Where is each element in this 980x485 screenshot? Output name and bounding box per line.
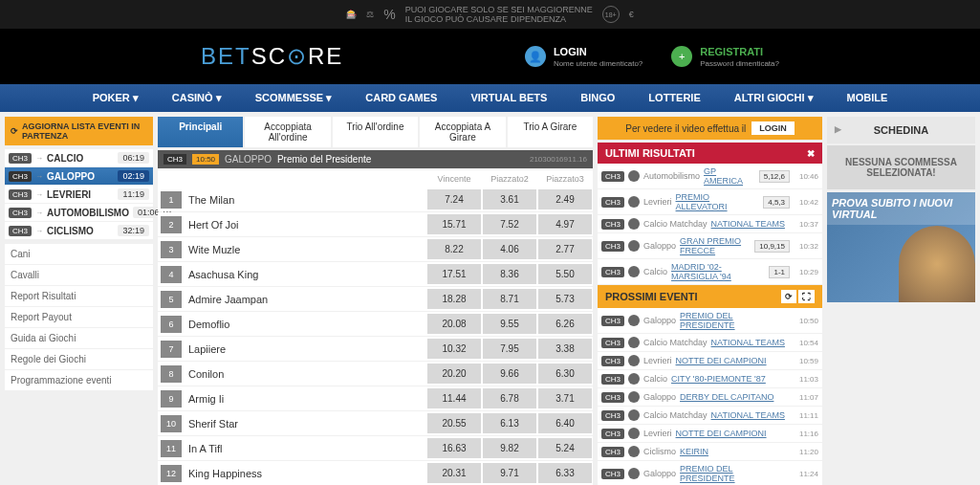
odd-button[interactable]: 11.44	[427, 388, 481, 408]
result-row[interactable]: CH3 Levrieri PREMIO ALLEVATORI 4,5,3 10:…	[598, 189, 822, 214]
odd-button[interactable]: 18.28	[427, 289, 481, 309]
upcoming-row[interactable]: CH3 Galoppo PREMIO DEL PRESIDENTE 10:50	[598, 308, 822, 333]
odd-button[interactable]: 6.40	[538, 413, 592, 433]
logo[interactable]: BETSC⊙RE	[201, 43, 343, 70]
odd-button[interactable]: 8.22	[427, 239, 481, 259]
odd-button[interactable]: 4.97	[538, 214, 592, 234]
odd-button[interactable]: 3.71	[538, 388, 592, 408]
register-button[interactable]: + REGISTRATI Password dimenticata?	[671, 46, 779, 68]
upcoming-row[interactable]: CH3 Calcio Matchday NATIONAL TEAMS 10:54	[598, 334, 822, 351]
forgot-username-link[interactable]: Nome utente dimenticato?	[554, 59, 642, 68]
odd-button[interactable]: 8.71	[483, 289, 536, 309]
channel-row[interactable]: CH3→ CICLISMO32:19	[5, 222, 153, 239]
runner-name: Demoflio	[185, 319, 426, 330]
odd-button[interactable]: 5.73	[538, 289, 592, 309]
sidebar-link[interactable]: Guida ai Giochi	[5, 328, 153, 348]
odd-button[interactable]: 3.61	[483, 189, 536, 209]
bet-type-tab[interactable]: Trio A Girare	[508, 117, 593, 147]
sidebar-link[interactable]: Programmazione eventi	[5, 370, 153, 390]
odd-button[interactable]: 3.38	[538, 339, 592, 359]
nav-item[interactable]: POKER ▾	[93, 92, 139, 104]
virtual-promo-banner[interactable]: PROVA SUBITO I NUOVI VIRTUAL	[827, 192, 975, 302]
odd-button[interactable]: 10.32	[427, 339, 481, 359]
odd-button[interactable]: 6.30	[538, 364, 592, 384]
login-button[interactable]: 👤 LOGIN Nome utente dimenticato?	[525, 46, 642, 68]
result-row[interactable]: CH3 Calcio MADRID '02-MARSIGLIA '94 1-1 …	[598, 259, 822, 284]
odd-button[interactable]: 4.06	[483, 239, 536, 259]
channel-row[interactable]: CH3→ GALOPPO02:19	[5, 167, 153, 185]
odd-button[interactable]: 5.50	[538, 264, 592, 284]
runner-number: 12	[161, 465, 182, 482]
bet-type-tab[interactable]: Accoppiata A Girare	[420, 117, 505, 147]
refresh-events-button[interactable]: AGGIORNA LISTA EVENTI IN PARTENZA	[5, 117, 153, 145]
odd-button[interactable]: 16.63	[427, 438, 481, 458]
expand-icon[interactable]: ⛶	[798, 290, 815, 303]
sport-icon	[628, 337, 640, 348]
runner-row: 7 Lapiiere 10.327.953.38	[158, 337, 593, 361]
bet-type-tab[interactable]: Accoppiata All'ordine	[245, 117, 330, 147]
odd-button[interactable]: 20.31	[427, 463, 481, 483]
channel-row[interactable]: CH3→ AUTOMOBILISMO01:06:19	[5, 204, 153, 221]
odd-button[interactable]: 7.52	[483, 214, 536, 234]
result-row[interactable]: CH3 Galoppo GRAN PREMIO FRECCE 10,9,15 1…	[598, 233, 822, 258]
refresh-icon[interactable]: ⟳	[781, 290, 796, 303]
upcoming-row[interactable]: CH3 Ciclismo KEIRIN 11:20	[598, 443, 822, 460]
runner-name: King Happiness	[185, 468, 426, 479]
nav-item[interactable]: BINGO	[580, 92, 615, 104]
odd-button[interactable]: 6.26	[538, 314, 592, 334]
nav-item[interactable]: SCOMMESSE ▾	[255, 92, 333, 104]
sidebar-link[interactable]: Regole dei Giochi	[5, 349, 153, 369]
nav-item[interactable]: LOTTERIE	[648, 92, 700, 104]
odd-button[interactable]: 20.20	[427, 364, 481, 384]
runner-row: 8 Conilon 20.209.666.30	[158, 362, 593, 386]
nav-item[interactable]: CASINÒ ▾	[172, 92, 222, 104]
nav-item[interactable]: VIRTUAL BETS	[470, 92, 547, 104]
nav-item[interactable]: CARD GAMES	[365, 92, 437, 104]
odd-button[interactable]: 8.36	[483, 264, 536, 284]
odd-button[interactable]: 6.33	[538, 463, 592, 483]
odd-button[interactable]: 2.77	[538, 239, 592, 259]
close-icon[interactable]: ✖	[807, 148, 815, 159]
upcoming-row[interactable]: CH3 Levrieri NOTTE DEI CAMPIONI 10:59	[598, 352, 822, 369]
odd-button[interactable]: 9.55	[483, 314, 536, 334]
result-row[interactable]: CH3 Calcio Matchday NATIONAL TEAMS 10:37	[598, 215, 822, 232]
runner-name: Lapiiere	[185, 343, 426, 355]
sidebar-link[interactable]: Report Payout	[5, 307, 153, 327]
odd-button[interactable]: 9.66	[483, 364, 536, 384]
sidebar-link[interactable]: Cani	[5, 244, 153, 264]
nav-item[interactable]: MOBILE	[847, 92, 888, 104]
upcoming-row[interactable]: CH3 Galoppo DERBY DEL CAPITANO 11:07	[598, 388, 822, 406]
odd-button[interactable]: 9.71	[483, 463, 536, 483]
nav-item[interactable]: ALTRI GIOCHI ▾	[734, 92, 814, 104]
sport-icon	[628, 409, 640, 421]
upcoming-row[interactable]: CH3 Calcio Matchday NATIONAL TEAMS 11:11	[598, 407, 822, 424]
odd-button[interactable]: 9.82	[483, 438, 536, 458]
odd-button[interactable]: 7.24	[427, 189, 481, 209]
channel-row[interactable]: CH3→ CALCIO06:19	[5, 149, 153, 166]
result-row[interactable]: CH3 Automobilismo GP AMERICA 5,12,6 10:4…	[598, 164, 822, 188]
runner-number: 9	[161, 390, 182, 408]
odd-button[interactable]: 20.08	[427, 314, 481, 334]
odd-button[interactable]: 15.71	[427, 214, 481, 234]
sidebar-link[interactable]: Report Risultati	[5, 286, 153, 306]
upcoming-row[interactable]: CH3 Levrieri NOTTE DEI CAMPIONI 11:16	[598, 425, 822, 442]
odd-button[interactable]: 20.55	[427, 413, 481, 433]
bet-type-tab[interactable]: Principali	[158, 117, 243, 147]
upcoming-row[interactable]: CH3 Calcio CITY '80-PIEMONTE '87 11:03	[598, 370, 822, 387]
betslip-header[interactable]: SCHEDINA	[827, 117, 975, 143]
odd-button[interactable]: 6.78	[483, 388, 536, 408]
odd-button[interactable]: 2.49	[538, 189, 592, 209]
sidebar-link[interactable]: Cavalli	[5, 265, 153, 285]
odd-button[interactable]: 5.24	[538, 438, 592, 458]
odd-button[interactable]: 17.51	[427, 264, 481, 284]
odd-button[interactable]: 6.13	[483, 413, 536, 433]
runner-number: 1	[161, 191, 182, 209]
sport-icon	[628, 446, 640, 457]
video-login-button[interactable]: LOGIN	[751, 121, 795, 135]
channel-row[interactable]: CH3→ LEVRIERI11:19	[5, 186, 153, 203]
forgot-password-link[interactable]: Password dimenticata?	[700, 59, 779, 68]
odd-button[interactable]: 7.95	[483, 339, 536, 359]
upcoming-row[interactable]: CH3 Galoppo PREMIO DEL PRESIDENTE 11:24	[598, 461, 822, 485]
bet-type-tab[interactable]: Trio All'ordine	[333, 117, 418, 147]
sport-icon	[628, 218, 640, 230]
